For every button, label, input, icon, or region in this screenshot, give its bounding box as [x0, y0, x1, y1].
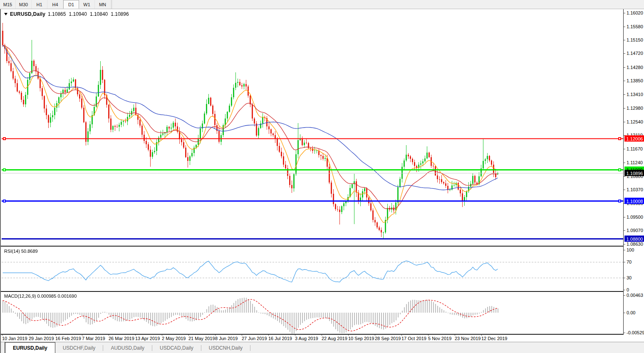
date-tick-mark: [428, 334, 429, 336]
axis-tick-mark: [624, 313, 625, 313]
date-tick-label: 27 Jun 2019: [242, 336, 267, 341]
date-tick-mark: [401, 334, 402, 336]
date-tick-label: 22 Aug 2019: [322, 336, 347, 341]
date-tick-mark: [481, 334, 482, 336]
date-tick-label: 13 Apr 2019: [135, 336, 160, 341]
date-tick-mark: [55, 334, 56, 336]
axis-tick-mark: [624, 176, 625, 177]
timeframe-toolbar: M15 M30 H1 H4 D1 W1 MN: [0, 0, 644, 9]
date-tick-mark: [215, 334, 215, 336]
timeframe-button-m30[interactable]: M30: [16, 0, 32, 9]
chart-title: EURUSD,Daily 1.10865 1.10940 1.10840 1.1…: [4, 11, 129, 17]
price-tick-label: 1.15150: [627, 37, 643, 42]
main-chart-canvas[interactable]: [2, 9, 623, 246]
chart-window: EURUSD,Daily 1.10865 1.10940 1.10840 1.1…: [0, 9, 644, 353]
rsi-indicator-canvas[interactable]: [2, 247, 623, 291]
date-tick-label: 28 Sep 2019: [375, 336, 401, 341]
tab-usdcad[interactable]: USDCAD,Daily: [152, 343, 201, 353]
open-value: 1.10865: [48, 11, 66, 17]
price-tick-label: 1.11240: [627, 160, 643, 165]
tab-divider: [250, 345, 250, 351]
axis-tick-mark: [624, 262, 625, 262]
macd-label: MACD(12,26,9) 0.000985 0.001690: [4, 294, 77, 299]
chart-symbol-label: EURUSD,Daily: [10, 11, 45, 17]
date-tick-label: 26 Mar 2019: [109, 336, 134, 341]
tab-usdcnh[interactable]: USDCNH,Daily: [201, 343, 250, 353]
timeframe-button-m15[interactable]: M15: [0, 0, 16, 9]
axis-tick-mark: [624, 122, 625, 122]
axis-tick-mark: [624, 53, 625, 54]
terminal-window: M15 M30 H1 H4 D1 W1 MN EURUSD,Daily 1.10…: [0, 0, 644, 353]
price-axis[interactable]: 1.160201.155801.151501.147201.142801.138…: [623, 9, 644, 335]
axis-tick-mark: [624, 244, 625, 244]
date-tick-label: 17 Oct 2019: [401, 336, 426, 341]
date-tick-label: 7 Mar 2019: [82, 336, 105, 341]
price-tick-label: 1.14280: [627, 65, 643, 70]
date-tick-mark: [29, 334, 29, 336]
date-tick-label: 29 Jan 2019: [29, 336, 54, 341]
date-tick-mark: [242, 334, 242, 336]
price-tick-label: 1.12980: [627, 106, 643, 111]
axis-tick-mark: [624, 333, 625, 333]
price-tick-label: 1.14720: [627, 51, 643, 56]
current-price-badge: 1.10896: [624, 170, 644, 176]
axis-tick-mark: [624, 149, 625, 149]
rsi-tick-label: 30: [627, 275, 632, 280]
date-tick-mark: [109, 334, 109, 336]
axis-tick-mark: [624, 40, 625, 40]
rsi-tick-label: 100: [627, 247, 634, 252]
price-tick-label: 1.12540: [627, 119, 643, 124]
axis-tick-mark: [624, 163, 625, 163]
timeframe-button-d1[interactable]: D1: [63, 0, 79, 9]
date-tick-mark: [188, 334, 189, 336]
date-tick-mark: [162, 334, 162, 336]
date-tick-label: 23 Nov 2019: [455, 336, 481, 341]
price-tick-label: 1.11670: [627, 146, 643, 151]
date-tick-mark: [268, 334, 269, 336]
axis-tick-mark: [624, 108, 625, 109]
macd-tick-label: 0.00: [627, 310, 635, 315]
level-price-badge: 1.08800: [624, 236, 644, 242]
price-tick-label: 1.16020: [627, 10, 643, 15]
timeframe-button-h4[interactable]: H4: [47, 0, 63, 9]
date-tick-mark: [82, 334, 82, 336]
chart-dropdown-icon[interactable]: [4, 13, 7, 15]
axis-tick-mark: [624, 278, 625, 278]
date-tick-label: 2 May 2019: [162, 336, 186, 341]
axis-tick-mark: [624, 13, 625, 13]
date-tick-label: 10 Jan 2019: [2, 336, 27, 341]
price-tick-label: 1.09500: [627, 215, 643, 220]
chart-ohlc-values: 1.10865 1.10940 1.10840 1.10896: [48, 11, 129, 17]
date-tick-mark: [455, 334, 455, 336]
macd-indicator-canvas[interactable]: [2, 292, 623, 334]
timeframe-button-h1[interactable]: H1: [32, 0, 47, 9]
date-tick-label: 21 May 2019: [188, 336, 215, 341]
tab-eurusd[interactable]: EURUSD,Daily: [5, 342, 55, 353]
timeframe-button-mn[interactable]: MN: [95, 0, 111, 9]
macd-tick-label: 0.00463: [627, 293, 643, 298]
price-tick-label: 1.15580: [627, 24, 643, 29]
axis-tick-mark: [624, 217, 625, 217]
rsi-label: RSI(14) 50.8689: [4, 249, 38, 254]
level-price-badge: 1.12006: [624, 136, 644, 142]
date-tick-mark: [135, 334, 136, 336]
tab-bar-notch: [1, 342, 5, 353]
date-tick-mark: [2, 334, 2, 336]
timeframe-button-w1[interactable]: W1: [79, 0, 95, 9]
tab-usdchf[interactable]: USDCHF,Daily: [55, 343, 103, 353]
date-tick-label: 12 Dec 2019: [481, 336, 507, 341]
symbol-tab-bar: EURUSD,Daily USDCHF,Daily AUDUSD,Daily U…: [1, 342, 644, 353]
axis-tick-mark: [624, 250, 625, 250]
axis-tick-mark: [624, 67, 625, 68]
axis-tick-mark: [624, 81, 625, 81]
price-tick-label: 1.08630: [627, 242, 643, 247]
date-tick-mark: [348, 334, 349, 336]
macd-tick-label: -0.005299: [627, 330, 644, 335]
date-tick-label: 16 Jul 2019: [268, 336, 292, 341]
date-tick-mark: [295, 334, 295, 336]
axis-tick-mark: [624, 27, 625, 27]
tab-audusd[interactable]: AUDUSD,Daily: [103, 343, 152, 353]
toolbar-separator: [111, 0, 112, 9]
price-tick-label: 1.09070: [627, 228, 643, 233]
close-value: 1.10896: [111, 11, 129, 17]
